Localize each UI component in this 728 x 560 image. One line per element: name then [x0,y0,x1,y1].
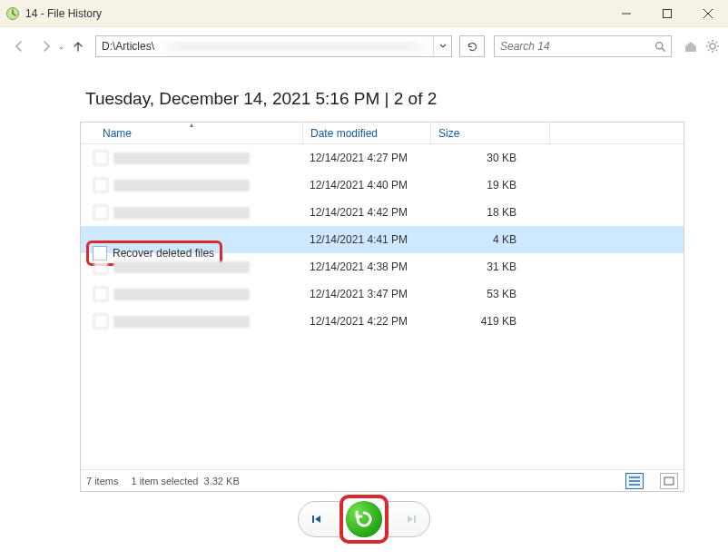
table-row[interactable]: 12/14/2021 4:27 PM30 KB [81,144,684,172]
address-path: D:\Articles\ [102,40,154,53]
file-name [113,180,250,192]
window-title: 14 - File History [25,7,102,20]
file-size: 19 KB [429,179,547,192]
file-date: 12/14/2021 4:42 PM [302,206,429,219]
address-dropdown-icon[interactable] [433,36,451,56]
next-version-button[interactable] [406,513,418,526]
column-date[interactable]: Date modified [303,127,430,140]
maximize-button[interactable] [646,0,687,27]
column-size[interactable]: Size [431,127,549,140]
version-heading: Tuesday, December 14, 2021 5:16 PM | 2 o… [85,89,684,109]
nav-pill [298,501,430,537]
table-row[interactable]: Recover deleted files12/14/2021 4:41 PM4… [81,226,684,253]
file-date: 12/14/2021 4:41 PM [302,233,429,246]
table-row[interactable]: 12/14/2021 4:22 PM419 KB [81,308,684,335]
forward-button[interactable] [34,34,58,58]
minimize-button[interactable] [605,0,646,27]
file-icon [93,260,108,274]
file-size: 31 KB [429,260,547,273]
file-date: 12/14/2021 3:47 PM [302,288,429,300]
status-count: 7 items [86,476,118,486]
file-icon [93,314,108,329]
table-row[interactable]: 12/14/2021 3:47 PM53 KB [81,280,684,308]
file-date: 12/14/2021 4:27 PM [302,152,429,164]
restore-button[interactable] [346,501,382,537]
nav-row: ⌄ D:\Articles\ [0,27,728,65]
recent-caret-icon[interactable]: ⌄ [58,43,64,51]
up-button[interactable] [66,34,90,58]
file-date: 12/14/2021 4:38 PM [302,260,429,273]
status-size: 3.32 KB [204,476,240,486]
svg-rect-4 [664,477,674,485]
table-row[interactable]: 12/14/2021 4:40 PM19 KB [81,172,684,199]
file-size: 18 KB [429,206,547,219]
gear-icon[interactable] [704,38,721,54]
file-name [113,152,250,164]
file-list[interactable]: 12/14/2021 4:27 PM30 KB12/14/2021 4:40 P… [81,144,684,469]
file-name [113,316,250,328]
svg-point-3 [710,44,715,49]
table-row[interactable]: 12/14/2021 4:42 PM18 KB [81,199,684,226]
file-size: 4 KB [429,233,547,246]
view-details-button[interactable] [625,473,644,489]
refresh-button[interactable] [459,35,485,57]
svg-rect-1 [663,9,671,17]
column-name[interactable]: ▴ Name [81,127,302,140]
search-input[interactable] [495,40,649,53]
search-icon[interactable] [649,41,671,53]
previous-version-button[interactable] [310,513,322,526]
file-size: 419 KB [429,315,547,328]
view-large-button[interactable] [660,473,678,489]
sort-asc-icon: ▴ [190,121,193,129]
title-bar: 14 - File History [0,0,728,27]
column-headers: ▴ Name Date modified Size [81,123,684,144]
action-row [0,501,728,537]
file-name [113,289,250,300]
file-date: 12/14/2021 4:40 PM [302,179,429,192]
home-icon[interactable] [683,38,699,54]
file-size: 53 KB [429,288,547,300]
file-icon [93,205,108,220]
file-size: 30 KB [429,152,547,164]
file-icon [93,287,108,301]
file-icon [93,151,108,165]
status-selected: 1 item selected [131,476,198,486]
file-panel: ▴ Name Date modified Size 12/14/2021 4:2… [80,122,684,492]
restore-annotation [339,495,389,544]
file-icon [93,178,108,192]
status-bar: 7 items 1 item selected 3.32 KB [81,469,684,491]
content-area: Tuesday, December 14, 2021 5:16 PM | 2 o… [0,65,728,492]
app-icon [5,6,20,21]
file-name [113,261,250,273]
address-redaction [160,42,429,51]
table-row[interactable]: 12/14/2021 4:38 PM31 KB [81,253,684,280]
file-name [113,207,250,219]
address-bar[interactable]: D:\Articles\ [95,35,452,57]
column-separator[interactable] [549,123,550,143]
search-box[interactable] [494,35,672,57]
back-button[interactable] [7,34,31,58]
svg-point-2 [655,42,662,48]
close-button[interactable] [687,0,728,27]
file-date: 12/14/2021 4:22 PM [302,315,429,328]
